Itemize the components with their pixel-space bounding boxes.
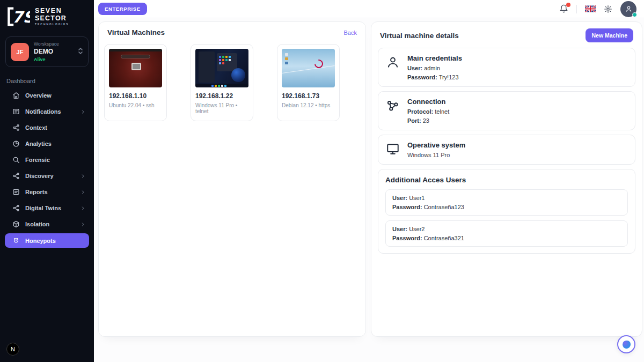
connection-body: Connection Protocol:telnet Port:23 bbox=[407, 98, 449, 124]
sidebar-item-digital-twins[interactable]: Digital Twins bbox=[0, 200, 94, 216]
vm-card-grid: 192.168.1.10 Ubuntu 22.04 • ssh bbox=[99, 42, 365, 121]
workspace-avatar: JF bbox=[11, 43, 29, 61]
sidebar-item-label: Digital Twins bbox=[25, 205, 61, 211]
additional-access-users-card: Additional Acces Users User:User1 Passwo… bbox=[378, 169, 635, 254]
message-square-icon bbox=[12, 188, 20, 196]
settings-gear-button[interactable] bbox=[604, 5, 612, 13]
workspace-selector[interactable]: JF Worskspace DEMO Alive bbox=[5, 36, 89, 67]
sidebar-item-notifications[interactable]: Notifications bbox=[0, 104, 94, 120]
sidebar-item-context[interactable]: Context bbox=[0, 120, 94, 136]
plan-badge: ENTERPRISE bbox=[98, 3, 147, 15]
main-credentials-body: Main credentials User:admin Password:Try… bbox=[407, 54, 462, 80]
user-avatar-button[interactable] bbox=[620, 1, 636, 17]
topbar-divider bbox=[576, 5, 577, 13]
line-label: Password: bbox=[392, 235, 422, 241]
uk-flag-icon bbox=[585, 5, 596, 12]
brand-tagline: TECHNOLOGIES bbox=[35, 24, 69, 26]
sidebar-item-overview[interactable]: Overview bbox=[0, 87, 94, 104]
vm-panel-title: Virtual Machines bbox=[107, 28, 165, 36]
vm-ip: 192.168.1.10 bbox=[109, 92, 162, 100]
os-line: Windows 11 Pro bbox=[407, 152, 465, 158]
chevron-right-icon bbox=[80, 109, 85, 114]
vm-ip: 192.168.1.22 bbox=[195, 92, 248, 100]
vm-card-ubuntu[interactable]: 192.168.1.10 Ubuntu 22.04 • ssh bbox=[104, 44, 167, 121]
person-icon bbox=[625, 5, 633, 13]
sidebar-item-discovery[interactable]: Discovery bbox=[0, 168, 94, 184]
line-value: Windows 11 Pro bbox=[407, 152, 450, 158]
vm-card-windows[interactable]: 192.168.1.22 Windows 11 Pro • telnet bbox=[191, 44, 253, 121]
card-title: Operative system bbox=[407, 141, 465, 149]
sidebar-item-label: Overview bbox=[25, 92, 52, 99]
sidebar-item-analytics[interactable]: Analytics bbox=[0, 136, 94, 152]
line-label: Port: bbox=[407, 117, 421, 124]
honeypot-icon bbox=[12, 237, 20, 245]
operative-system-body: Operative system Windows 11 Pro bbox=[407, 141, 465, 158]
password-line: Password:Contraseña123 bbox=[392, 204, 621, 210]
notifications-bell-button[interactable] bbox=[559, 4, 568, 13]
credential-line: Password:Try!123 bbox=[407, 74, 462, 80]
chevron-right-icon bbox=[80, 222, 85, 227]
sidebar-item-isolation[interactable]: Isolation bbox=[0, 216, 94, 232]
sidebar-item-label: Notifications bbox=[25, 108, 61, 115]
vm-meta: Debian 12.12 • https bbox=[282, 102, 335, 108]
line-value: Try!123 bbox=[439, 74, 459, 80]
app-root: 7S SEVEN SECTOR TECHNOLOGIES JF Worskspa… bbox=[0, 0, 644, 362]
password-line: Password:Contraseña321 bbox=[392, 235, 621, 241]
vm-details-panel: Virtual machine details New Machine Main… bbox=[371, 21, 642, 337]
sidebar: 7S SEVEN SECTOR TECHNOLOGIES JF Worskspa… bbox=[0, 0, 94, 362]
virtual-machines-panel: Virtual Machines Back 192.168.1.10 Ubunt… bbox=[98, 21, 366, 337]
sidebar-item-reports[interactable]: Reports bbox=[0, 184, 94, 200]
operative-system-card: Operative system Windows 11 Pro bbox=[378, 135, 635, 165]
additional-users-title: Additional Acces Users bbox=[385, 176, 628, 184]
user-line: User:User2 bbox=[392, 226, 621, 232]
topbar-actions bbox=[559, 1, 636, 17]
line-value: telnet bbox=[435, 108, 449, 115]
home-icon bbox=[12, 92, 20, 99]
vm-meta: Ubuntu 22.04 • ssh bbox=[109, 102, 162, 108]
vm-card-debian[interactable]: 192.168.1.73 Debian 12.12 • https bbox=[277, 44, 340, 121]
sidebar-item-honeypots[interactable]: Honeypots bbox=[5, 233, 89, 248]
workspace-label: Worskspace bbox=[34, 41, 73, 47]
line-label: User: bbox=[392, 195, 407, 201]
workspace-texts: Worskspace DEMO Alive bbox=[34, 41, 73, 62]
svg-text:7S: 7S bbox=[12, 8, 30, 26]
share-icon bbox=[12, 124, 20, 131]
credential-line: User:admin bbox=[407, 65, 462, 71]
search-icon bbox=[12, 156, 20, 164]
main-credentials-card: Main credentials User:admin Password:Try… bbox=[378, 48, 635, 87]
vm-thumbnail-debian bbox=[282, 49, 335, 87]
chevron-updown-icon bbox=[78, 47, 83, 57]
vm-thumbnail-ubuntu bbox=[109, 49, 162, 87]
user-line: User:User1 bbox=[392, 195, 621, 201]
language-flag-button[interactable] bbox=[585, 5, 596, 12]
brand-name-bottom: SECTOR bbox=[35, 15, 69, 22]
line-label: Password: bbox=[407, 74, 437, 80]
topbar: ENTERPRISE bbox=[94, 0, 644, 18]
chevron-right-icon bbox=[80, 206, 85, 211]
dev-badge[interactable]: N bbox=[6, 343, 19, 356]
additional-user-box: User:User1 Password:Contraseña123 bbox=[385, 189, 628, 216]
assistant-float-button[interactable] bbox=[617, 335, 635, 353]
back-link[interactable]: Back bbox=[344, 29, 357, 36]
workspace-status: Alive bbox=[34, 57, 73, 62]
sidebar-item-label: Forensic bbox=[25, 157, 50, 163]
line-value: admin bbox=[424, 65, 440, 71]
line-value: User1 bbox=[409, 195, 425, 201]
line-label: Protocol: bbox=[407, 108, 433, 115]
sidebar-item-label: Honeypots bbox=[25, 238, 56, 244]
vm-panel-header: Virtual Machines Back bbox=[99, 22, 365, 42]
additional-user-box: User:User2 Password:Contraseña321 bbox=[385, 220, 628, 247]
sidebar-item-forensic[interactable]: Forensic bbox=[0, 152, 94, 168]
connection-line: Port:23 bbox=[407, 117, 449, 124]
vm-thumbnail-windows bbox=[195, 49, 248, 87]
main-content: Virtual Machines Back 192.168.1.10 Ubunt… bbox=[94, 18, 644, 362]
sidebar-section-label: Dashboard bbox=[6, 78, 94, 84]
line-value: Contraseña321 bbox=[424, 235, 464, 241]
new-machine-button[interactable]: New Machine bbox=[586, 28, 633, 42]
details-panel-header: Virtual machine details New Machine bbox=[371, 22, 642, 48]
sidebar-item-label: Reports bbox=[25, 189, 48, 195]
network-share-icon bbox=[386, 99, 400, 115]
brand-name-top: SEVEN bbox=[35, 8, 69, 14]
person-icon bbox=[386, 55, 400, 71]
workspace-name: DEMO bbox=[34, 48, 73, 55]
